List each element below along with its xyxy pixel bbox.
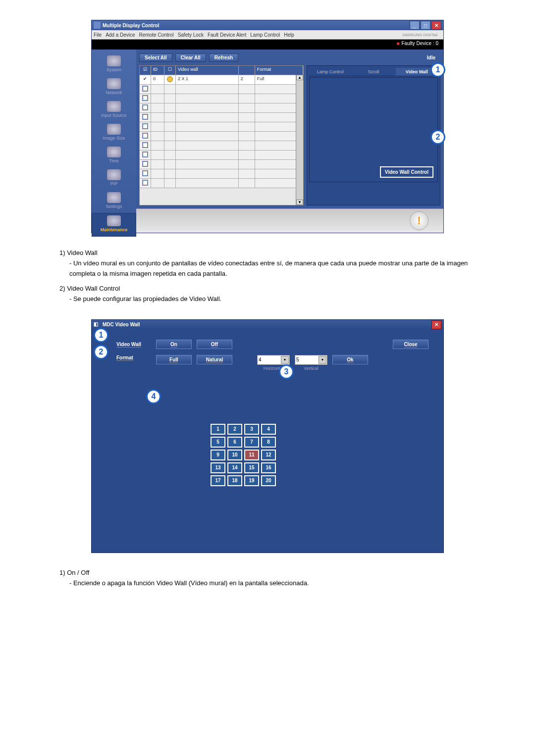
wall-cell-18[interactable]: 18 (227, 475, 242, 486)
wall-cell-5[interactable]: 5 (211, 437, 225, 448)
close-button[interactable]: ✕ (431, 21, 441, 30)
sidebar-item-settings[interactable]: Settings (92, 190, 136, 213)
video-wall-label: Video Wall (116, 342, 151, 347)
wall-cell-2[interactable]: 2 (227, 424, 242, 435)
grid-row-empty (140, 141, 303, 151)
text1-l1s: - Un vídeo mural es un conjunto de panta… (69, 258, 476, 279)
scrollbar[interactable] (296, 75, 303, 205)
brand-label: SAMSUNG DIGITall (402, 33, 437, 37)
sidebar-label: Network (106, 90, 122, 95)
grid-row-empty (140, 103, 303, 113)
wall-cell-19[interactable]: 19 (244, 475, 259, 486)
sidebar-item-time[interactable]: Time (92, 145, 136, 167)
callout-3: 3 (279, 364, 294, 379)
checkbox-icon[interactable] (142, 151, 148, 157)
wall-cell-17[interactable]: 17 (211, 475, 225, 486)
grid-row-empty (140, 160, 303, 169)
col-format: Format (255, 66, 303, 75)
dialog-icon: ◧ (94, 321, 101, 328)
checkbox-icon[interactable] (142, 133, 148, 139)
description-2: 1) On / Off - Enciende o apaga la funció… (59, 568, 476, 589)
wall-cell-20[interactable]: 20 (261, 475, 276, 486)
full-button[interactable]: Full (156, 355, 192, 364)
col-n (239, 66, 255, 75)
natural-button[interactable]: Natural (197, 355, 232, 364)
tab-lamp-control[interactable]: Lamp Control (309, 68, 351, 76)
sidebar-item-network[interactable]: Network (92, 76, 136, 99)
wall-cell-7[interactable]: 7 (244, 437, 259, 448)
wall-cell-9[interactable]: 9 (211, 450, 225, 460)
sidebar: System Network Input Source Image Size T… (92, 50, 136, 233)
sidebar-item-input-source[interactable]: Input Source (92, 99, 136, 122)
ok-button[interactable]: Ok (332, 355, 368, 364)
video-wall-control-button[interactable]: Video Wall Control (380, 166, 433, 178)
wall-cell-14[interactable]: 14 (227, 462, 242, 473)
row-id: 0 (151, 75, 164, 85)
callout-1: 1 (430, 62, 445, 77)
checkbox-icon[interactable] (142, 104, 148, 110)
menu-remote-control[interactable]: Remote Control (139, 32, 174, 38)
close-button-2[interactable]: Close (393, 340, 428, 349)
checkbox-icon[interactable] (142, 170, 148, 176)
col-status: ☐ (164, 66, 176, 75)
menu-file[interactable]: File (94, 32, 102, 38)
checkbox-icon[interactable] (142, 142, 148, 148)
menu-fault-alert[interactable]: Fault Device Alert (208, 32, 246, 38)
grid-row-empty (140, 151, 303, 160)
callout-4: 4 (146, 389, 161, 404)
on-button[interactable]: On (156, 340, 192, 349)
refresh-button[interactable]: Refresh (209, 53, 238, 62)
sidebar-item-image-size[interactable]: Image Size (92, 122, 136, 145)
wall-cell-10[interactable]: 10 (227, 450, 242, 460)
checkbox-icon[interactable] (142, 180, 148, 186)
row-status (164, 75, 176, 85)
text1-l2: 2) Video Wall Control (59, 284, 476, 294)
wall-cell-13[interactable]: 13 (211, 462, 225, 473)
device-grid: ☑ ID ☐ Video wall Format ✔ 0 2 X 1 2 Ful… (139, 65, 304, 205)
sidebar-label: Image Size (103, 136, 125, 141)
tab-scroll[interactable]: Scroll (352, 68, 394, 76)
row-check[interactable]: ✔ (140, 75, 151, 85)
clear-all-button[interactable]: Clear All (175, 53, 206, 62)
callout-1: 1 (94, 328, 108, 343)
maximize-button[interactable]: □ (421, 21, 430, 30)
wall-cell-15[interactable]: 15 (244, 462, 259, 473)
vertical-select[interactable]: 5 (295, 355, 327, 365)
menu-safety-lock[interactable]: Safety Lock (178, 32, 204, 38)
sidebar-item-system[interactable]: System (92, 53, 136, 76)
wall-cell-6[interactable]: 6 (227, 437, 242, 448)
checkbox-icon[interactable] (142, 95, 148, 101)
checkbox-icon[interactable] (142, 86, 148, 92)
sidebar-item-pip[interactable]: PIP (92, 167, 136, 190)
sidebar-label: Time (109, 158, 119, 163)
status-bar: Faulty Device : 0 (92, 40, 443, 50)
grid-row-empty (140, 169, 303, 179)
menu-help[interactable]: Help (284, 32, 294, 38)
grid-row-empty (140, 132, 303, 141)
checkbox-icon[interactable] (142, 123, 148, 129)
col-videowall: Video wall (176, 66, 239, 75)
wall-cell-12[interactable]: 12 (261, 450, 276, 460)
wall-cell-4[interactable]: 4 (261, 424, 276, 435)
minimize-button[interactable]: _ (410, 21, 420, 30)
wall-cell-16[interactable]: 16 (261, 462, 276, 473)
checkbox-icon[interactable] (142, 114, 148, 120)
dialog-close-button[interactable]: ✕ (431, 320, 441, 329)
wall-cell-3[interactable]: 3 (244, 424, 259, 435)
wall-cell-11[interactable]: 11 (244, 450, 259, 460)
menu-add-device[interactable]: Add a Device (106, 32, 135, 38)
horizontal-select[interactable]: 4 (257, 355, 290, 365)
menu-lamp-control[interactable]: Lamp Control (250, 32, 280, 38)
select-all-button[interactable]: Select All (139, 53, 172, 62)
grid-row[interactable]: ✔ 0 2 X 1 2 Full (140, 75, 303, 85)
wall-cell-8[interactable]: 8 (261, 437, 276, 448)
grid-row-empty (140, 113, 303, 122)
wall-cell-1[interactable]: 1 (211, 424, 225, 435)
text1-l2s: - Se puede configurar las propiedades de… (69, 294, 476, 304)
col-check[interactable]: ☑ (140, 66, 151, 75)
system-icon (107, 55, 121, 66)
sidebar-item-maintenance[interactable]: Maintenance (92, 213, 136, 237)
checkbox-icon[interactable] (142, 161, 148, 167)
off-button[interactable]: Off (197, 340, 232, 349)
maintenance-icon (107, 215, 121, 226)
